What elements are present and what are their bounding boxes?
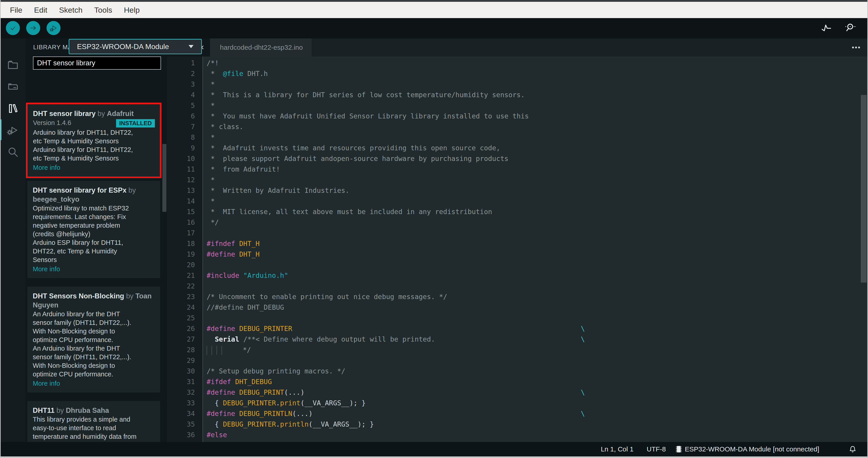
line-number: 2 (167, 68, 203, 79)
code-token: /**< Define where debug output will be p… (243, 335, 435, 343)
code-token: \ (581, 387, 585, 398)
code-line-content: */ (203, 345, 868, 355)
code-token: "Arduino.h" (243, 271, 288, 279)
line-number: 30 (167, 366, 203, 376)
sidebar-item-debugger[interactable] (0, 119, 26, 141)
editor-tab-bar: DHT.h✕hardcoded-dht22-esp32.ino (167, 38, 868, 57)
code-line-content: * @file DHT.h (203, 68, 868, 79)
code-line: 36#else (167, 430, 868, 440)
serial-monitor-button[interactable] (844, 22, 856, 35)
window-top-edge (0, 0, 868, 2)
line-number: 23 (167, 291, 203, 302)
code-line: 19#define DHT_H (167, 249, 868, 259)
verify-button[interactable] (6, 21, 20, 35)
menu-item-file[interactable]: File (4, 6, 28, 15)
board-selector[interactable]: ESP32-WROOM-DA Module (69, 39, 202, 54)
board-status[interactable]: ESP32-WROOM-DA Module [not connected] (675, 445, 819, 454)
line-number: 26 (167, 323, 203, 334)
more-info-link[interactable]: More info (33, 163, 155, 172)
code-token: * from Adafruit! (207, 165, 280, 173)
tab-overflow-menu[interactable] (851, 38, 861, 57)
code-line: 8 * (167, 132, 868, 143)
status-bar: Ln 1, Col 1 UTF-8 ESP32-WROOM-DA Module … (0, 442, 868, 456)
line-number: 19 (167, 249, 203, 259)
sidebar-item-sketchbook[interactable] (0, 54, 26, 76)
code-token: \ (581, 408, 585, 419)
code-line-content: //#define DHT_DEBUG (203, 302, 868, 313)
encoding-label: UTF-8 (647, 445, 666, 453)
code-token: . (276, 399, 280, 407)
code-line: 20 (167, 259, 868, 270)
debug-run-icon (49, 24, 58, 33)
upload-arrow-icon (29, 24, 38, 33)
code-token: * MIT license, all text above must be in… (207, 208, 492, 216)
window-bottom-edge (0, 456, 868, 458)
code-line-content: * please support Adafruit andopen-source… (203, 153, 868, 164)
library-entry-titleline: DHT11 by Dhruba Saha (33, 406, 155, 415)
code-token: { (207, 420, 223, 428)
library-entry[interactable]: DHT sensor library for ESPx by beegee_to… (27, 181, 160, 278)
code-token: DEBUG_PRINTER (239, 325, 292, 333)
library-description-line: easy-to-use interface to read (33, 424, 155, 432)
sidebar-item-library-manager[interactable] (0, 98, 26, 119)
editor-tab-hardcoded-dht22-esp32.ino[interactable]: hardcoded-dht22-esp32.ino (210, 38, 312, 57)
code-line: 23/* Uncomment to enable printing out ni… (167, 291, 868, 302)
library-description-line: optimize CPU performance. (33, 370, 155, 378)
library-description-line: temperature and humidity data from (33, 432, 155, 441)
search-input[interactable] (33, 57, 161, 69)
search-icon (6, 146, 19, 158)
code-editor[interactable]: 1/*!2 * @file DHT.h3 *4 * This is a libr… (167, 57, 868, 442)
code-line-content: /* Uncomment to enable printing out nice… (203, 291, 868, 302)
notifications-button[interactable] (848, 445, 857, 454)
panel-scrollbar[interactable] (162, 144, 166, 212)
code-token: \ (581, 440, 585, 442)
menu-item-help[interactable]: Help (118, 6, 146, 15)
menu-item-edit[interactable]: Edit (28, 6, 53, 15)
library-version: Version 1.4.6 (33, 119, 71, 126)
line-number: 1 (167, 58, 203, 68)
code-line-content (203, 259, 868, 270)
code-line: 29 (167, 355, 868, 366)
code-line-content: #include "Arduino.h" (203, 270, 868, 281)
indent-guide (207, 346, 212, 355)
code-token: * (207, 176, 215, 184)
code-line: 26#define DEBUG_PRINTER\ (167, 323, 868, 334)
library-entry[interactable]: DHT Sensors Non-Blocking by Toan NguyenA… (27, 287, 160, 393)
line-number: 29 (167, 355, 203, 366)
code-line-content: { DEBUG_PRINTER.print(__VA_ARGS__); } (203, 398, 868, 408)
library-description-line: Arduino ESP library for DHT11, (33, 238, 155, 247)
library-description-line: (credits @helijunky) (33, 230, 155, 238)
menu-item-tools[interactable]: Tools (88, 6, 118, 15)
more-info-link[interactable]: More info (33, 378, 155, 389)
code-token (235, 250, 239, 258)
code-line-content: #define DEBUG_PRINTER\ (203, 323, 868, 334)
code-line-content: * Adafruit invests time and resources pr… (203, 143, 868, 153)
library-description-line: negative temperature problem (33, 221, 155, 230)
code-token: * (207, 69, 223, 78)
upload-button[interactable] (26, 21, 40, 35)
serial-plotter-button[interactable] (820, 22, 832, 35)
code-line-content: */ (203, 217, 868, 228)
more-info-link[interactable]: More info (33, 264, 155, 274)
library-author: Adafruit (107, 110, 134, 118)
editor-scrollbar[interactable] (861, 95, 867, 283)
sidebar-item-boards-manager[interactable] (0, 76, 26, 98)
menu-item-sketch[interactable]: Sketch (53, 6, 88, 15)
code-line: 31#ifdef DHT_DEBUG (167, 376, 868, 387)
by-label: by (126, 186, 136, 194)
code-line-content (203, 281, 868, 291)
library-entry[interactable]: DHT sensor library by AdafruitVersion 1.… (28, 104, 160, 176)
code-token: DEBUG_PRINTLN (239, 410, 292, 418)
code-line: 11 * from Adafruit! (167, 164, 868, 174)
code-line: 34#define DEBUG_PRINTLN(...)\ (167, 408, 868, 419)
code-line-content: * (203, 174, 868, 185)
sidebar-item-search[interactable] (0, 141, 26, 163)
code-line-content: { DEBUG_PRINTER.println(__VA_ARGS__); } (203, 419, 868, 430)
line-number: 22 (167, 281, 203, 291)
code-token: . (276, 420, 280, 428)
line-number: 8 (167, 132, 203, 143)
library-entry[interactable]: DHT11 by Dhruba SahaThis library provide… (27, 401, 160, 442)
code-line-content: * You must have Adafruit Unified Sensor … (203, 111, 868, 121)
code-token: * (207, 102, 215, 109)
debug-button[interactable] (46, 21, 61, 35)
